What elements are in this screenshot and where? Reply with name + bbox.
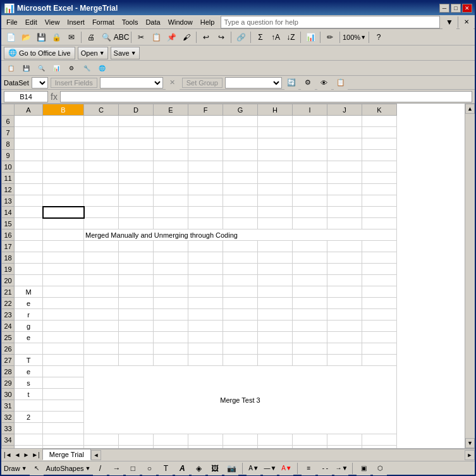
- cell-F13[interactable]: [188, 195, 223, 207]
- help-dropdown[interactable]: ▼: [442, 15, 456, 29]
- cell-B6[interactable]: [43, 116, 84, 127]
- cell-F15[interactable]: [188, 218, 223, 229]
- cell-C24[interactable]: [84, 320, 119, 332]
- cell-K24[interactable]: [362, 320, 397, 332]
- cell-I24[interactable]: [293, 320, 327, 332]
- col-header-G[interactable]: G: [223, 104, 258, 116]
- cell-K11[interactable]: [362, 173, 397, 184]
- cell-B7[interactable]: [43, 127, 84, 138]
- cell-C19[interactable]: [84, 264, 119, 275]
- cell-A29[interactable]: s: [15, 377, 43, 389]
- format-painter-btn[interactable]: 🖌: [180, 30, 193, 44]
- cell-E20[interactable]: [154, 275, 188, 286]
- cell-E26[interactable]: [154, 343, 188, 355]
- cell-B34[interactable]: [43, 434, 84, 446]
- cell-C11[interactable]: [84, 173, 119, 184]
- cell-D12[interactable]: [119, 184, 154, 195]
- menu-help[interactable]: Help: [197, 17, 219, 27]
- cell-H14[interactable]: [258, 207, 293, 218]
- open-button[interactable]: Open ▼: [78, 47, 108, 59]
- cell-K23[interactable]: [362, 309, 397, 320]
- cell-C10[interactable]: [84, 161, 119, 173]
- cell-D8[interactable]: [119, 138, 154, 150]
- cell-A24[interactable]: g: [15, 320, 43, 332]
- cell-J8[interactable]: [327, 138, 362, 150]
- menu-format[interactable]: Format: [88, 17, 118, 27]
- cell-C17[interactable]: [84, 241, 119, 252]
- sheet-tab-merge-trial[interactable]: Merge Trial: [42, 449, 91, 460]
- cell-E34[interactable]: [154, 434, 188, 446]
- cell-K26[interactable]: [362, 343, 397, 355]
- set-group-button[interactable]: Set Group: [182, 78, 223, 88]
- cell-H22[interactable]: [258, 298, 293, 309]
- cell-I6[interactable]: [293, 116, 327, 127]
- cell-C34[interactable]: [84, 434, 119, 446]
- cell-J24[interactable]: [327, 320, 362, 332]
- fmt-btn3[interactable]: 🔍: [34, 61, 48, 75]
- col-header-D[interactable]: D: [119, 104, 154, 116]
- cell-K21[interactable]: [362, 286, 397, 298]
- save-btn[interactable]: 💾: [34, 30, 48, 44]
- cell-J26[interactable]: [327, 343, 362, 355]
- cell-F19[interactable]: [188, 264, 223, 275]
- cell-A7[interactable]: [15, 127, 43, 138]
- sheet-nav-prev[interactable]: ◄: [13, 451, 22, 458]
- cell-B27[interactable]: [43, 355, 84, 366]
- cell-D22[interactable]: [119, 298, 154, 309]
- fmt-btn6[interactable]: 🔧: [80, 61, 94, 75]
- cell-D14[interactable]: [119, 207, 154, 218]
- sheet-nav-last[interactable]: ►|: [30, 451, 41, 458]
- cell-D6[interactable]: [119, 116, 154, 127]
- chart-btn[interactable]: 📊: [303, 30, 317, 44]
- oval-btn[interactable]: ○: [142, 461, 156, 475]
- cell-I9[interactable]: [293, 150, 327, 161]
- cell-I22[interactable]: [293, 298, 327, 309]
- cell-K14[interactable]: [362, 207, 397, 218]
- cell-E13[interactable]: [154, 195, 188, 207]
- cell-J13[interactable]: [327, 195, 362, 207]
- line-style-btn[interactable]: ≡: [302, 461, 315, 475]
- cell-G26[interactable]: [223, 343, 258, 355]
- save-button[interactable]: Save ▼: [111, 47, 140, 59]
- cell-C6[interactable]: [84, 116, 119, 127]
- print-btn[interactable]: 🖨: [84, 30, 98, 44]
- cell-F14[interactable]: [188, 207, 223, 218]
- scroll-left-btn[interactable]: ◄: [91, 450, 101, 460]
- cell-H12[interactable]: [258, 184, 293, 195]
- cell-I14[interactable]: [293, 207, 327, 218]
- cell-B21[interactable]: [43, 286, 84, 298]
- vertical-scrollbar[interactable]: ▲ ▼: [465, 104, 475, 448]
- cell-G7[interactable]: [223, 127, 258, 138]
- cell-K10[interactable]: [362, 161, 397, 173]
- cell-D20[interactable]: [119, 275, 154, 286]
- cell-I8[interactable]: [293, 138, 327, 150]
- xml-btn[interactable]: 📋: [334, 76, 348, 90]
- fmt-btn1[interactable]: 📋: [4, 61, 18, 75]
- sort-asc-btn[interactable]: ↑A: [269, 30, 283, 44]
- col-header-E[interactable]: E: [154, 104, 188, 116]
- menu-window[interactable]: Window: [164, 17, 197, 27]
- line-btn[interactable]: /: [93, 461, 107, 475]
- cell-G13[interactable]: [223, 195, 258, 207]
- cell-I12[interactable]: [293, 184, 327, 195]
- cell-D27[interactable]: [119, 355, 154, 366]
- cell-C12[interactable]: [84, 184, 119, 195]
- cell-J12[interactable]: [327, 184, 362, 195]
- cell-E22[interactable]: [154, 298, 188, 309]
- minimize-button[interactable]: ─: [439, 4, 449, 13]
- cell-A33[interactable]: [15, 423, 43, 434]
- cell-B32[interactable]: [43, 412, 84, 423]
- cell-A18[interactable]: [15, 252, 43, 264]
- cell-A14[interactable]: [15, 207, 43, 218]
- dash-style-btn[interactable]: - -: [318, 461, 332, 475]
- zoom-control[interactable]: 100%▼: [343, 34, 366, 41]
- cell-F8[interactable]: [188, 138, 223, 150]
- autosum-btn[interactable]: Σ: [253, 30, 267, 44]
- cell-D15[interactable]: [119, 218, 154, 229]
- paste-btn[interactable]: 📌: [164, 30, 178, 44]
- cell-D25[interactable]: [119, 332, 154, 343]
- col-header-C[interactable]: C: [84, 104, 119, 116]
- cell-D7[interactable]: [119, 127, 154, 138]
- cell-E19[interactable]: [154, 264, 188, 275]
- cell-B28[interactable]: [43, 366, 84, 377]
